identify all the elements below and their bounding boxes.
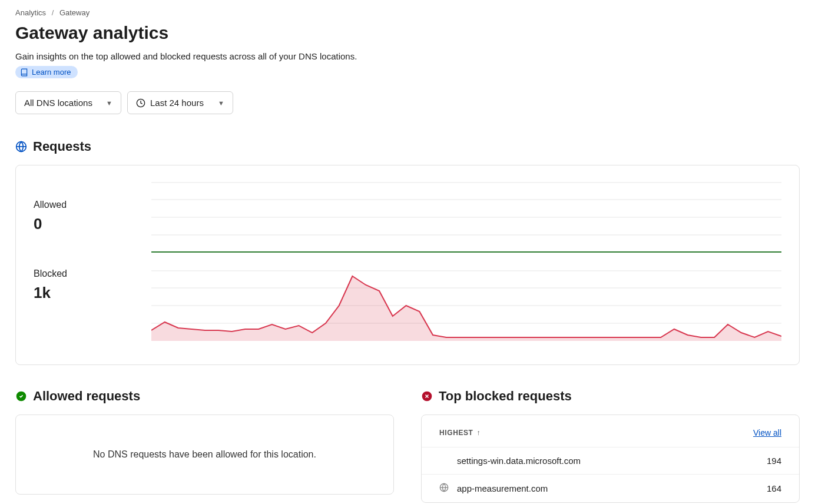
x-circle-icon [421,390,433,402]
allowed-column: Allowed requests No DNS requests have be… [15,389,394,503]
allowed-empty-message: No DNS requests have been allowed for th… [93,449,316,459]
arrow-up-icon: ↑ [477,429,481,437]
timerange-dropdown-label: Last 24 hours [150,98,204,108]
allowed-label: Allowed [34,200,128,210]
clock-icon [136,98,145,108]
requests-section-header: Requests [15,139,800,154]
blocked-section-title: Top blocked requests [439,389,572,404]
domain-count: 194 [767,456,781,466]
learn-more-link[interactable]: Learn more [15,66,78,78]
view-all-link[interactable]: View all [753,428,781,437]
book-icon [20,68,28,77]
list-item[interactable]: settings-win.data.microsoft.com 194 [422,447,799,474]
allowed-stat: Allowed 0 [34,200,128,233]
page-description: Gain insights on the top allowed and blo… [15,51,800,61]
requests-card: Allowed 0 Blocked 1k [15,165,800,365]
chevron-down-icon: ▼ [218,100,224,107]
breadcrumb: Analytics / Gateway [15,8,800,17]
charts-column [151,182,781,341]
blocked-stat: Blocked 1k [34,268,128,302]
domain-count: 164 [767,483,781,493]
list-item[interactable]: app-measurement.com 164 [422,474,799,502]
breadcrumb-current: Gateway [59,8,90,17]
learn-more-label: Learn more [32,68,71,77]
highest-sort[interactable]: HIGHEST ↑ [439,429,481,437]
blocked-section-header: Top blocked requests [421,389,800,404]
stats-column: Allowed 0 Blocked 1k [34,182,128,341]
breadcrumb-root[interactable]: Analytics [15,8,46,17]
timerange-dropdown[interactable]: Last 24 hours ▼ [127,91,233,114]
requests-title: Requests [33,139,91,154]
blocked-list-header: HIGHEST ↑ View all [422,415,799,447]
breadcrumb-sep: / [52,8,54,17]
allowed-value: 0 [34,215,128,233]
filters-row: All DNS locations ▼ Last 24 hours ▼ [15,91,800,114]
globe-icon [439,483,449,492]
blocked-label: Blocked [34,268,128,279]
check-circle-icon [15,390,27,402]
locations-dropdown-label: All DNS locations [24,98,92,108]
bottom-columns: Allowed requests No DNS requests have be… [15,389,800,503]
blocked-column: Top blocked requests HIGHEST ↑ View all … [421,389,800,503]
blocked-chart [151,270,781,341]
domain-name: app-measurement.com [457,483,767,493]
blocked-list-card: HIGHEST ↑ View all settings-win.data.mic… [421,415,800,503]
highest-label: HIGHEST [439,429,473,437]
locations-dropdown[interactable]: All DNS locations ▼ [15,91,121,114]
allowed-empty-card: No DNS requests have been allowed for th… [15,415,394,495]
blocked-value: 1k [34,284,128,302]
allowed-section-title: Allowed requests [33,389,140,404]
row-icon-slot [439,483,457,494]
page-title: Gateway analytics [15,23,800,43]
globe-icon [15,141,27,152]
chevron-down-icon: ▼ [106,100,112,107]
allowed-section-header: Allowed requests [15,389,394,404]
domain-name: settings-win.data.microsoft.com [457,456,767,466]
allowed-chart [151,182,781,253]
